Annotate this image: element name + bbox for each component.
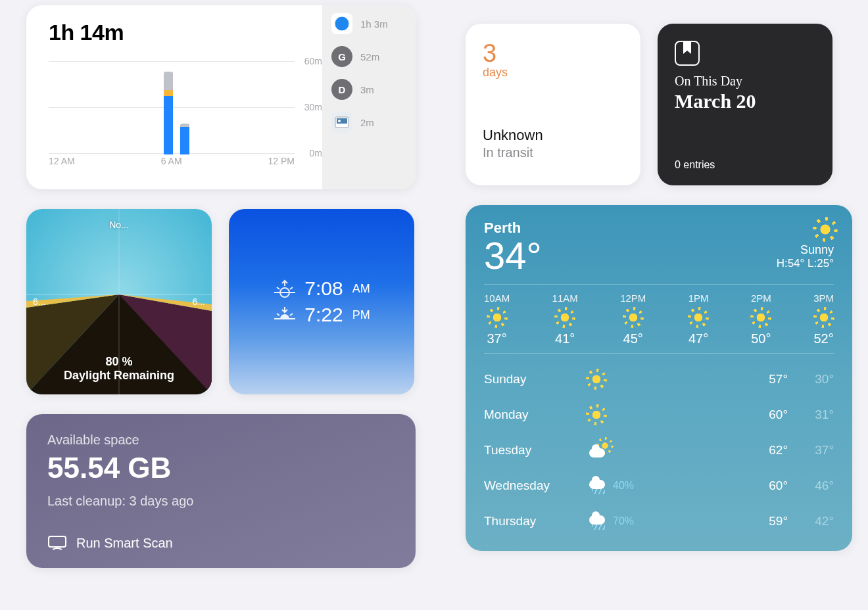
hour-temp: 47°	[688, 331, 708, 346]
app-time: 3m	[360, 84, 374, 95]
daily-row: Wednesday40%60°46°	[484, 468, 834, 504]
day-low: 37°	[788, 443, 834, 458]
screentime-bar	[180, 124, 189, 154]
hourly-item: 12PM45°	[620, 293, 646, 346]
app-icon	[331, 13, 352, 34]
precip-chance: 40%	[613, 480, 634, 492]
day-name: Thursday	[484, 514, 589, 528]
daily-row: Monday60°31°	[484, 397, 834, 433]
day-low: 42°	[788, 514, 834, 528]
compass-right-label: 6...	[193, 296, 205, 307]
bookmark-icon	[675, 41, 700, 66]
app-time: 52m	[360, 51, 379, 62]
screentime-app-list: 1h 3mG52mD3m2m	[322, 5, 416, 189]
svg-rect-22	[49, 536, 66, 547]
screentime-widget[interactable]: 1h 14m 60m 30m 0m 12 AM 6 AM 12 PM 1h 3m…	[26, 5, 416, 189]
sunset-icon	[273, 306, 297, 324]
sun-icon	[558, 310, 572, 325]
sun-icon	[626, 310, 640, 325]
storage-size: 55.54 GB	[47, 452, 395, 484]
app-time: 1h 3m	[360, 18, 388, 30]
day-high: 60°	[742, 408, 788, 422]
hourly-item: 1PM47°	[688, 293, 709, 346]
day-name: Sunday	[484, 372, 589, 387]
weather-high-low: H:54° L:25°	[777, 257, 834, 270]
daylight-label: Daylight Remaining	[26, 369, 212, 383]
day-name: Monday	[484, 408, 589, 422]
monitor-icon	[47, 535, 67, 551]
parcel-widget[interactable]: 3 days Unknown In transit	[466, 24, 640, 185]
hourly-item: 10AM37°	[484, 293, 510, 346]
app-time: 2m	[360, 117, 374, 128]
hourly-item: 3PM52°	[813, 293, 834, 346]
hour-label: 12PM	[620, 293, 646, 304]
day-high: 60°	[742, 479, 788, 493]
thunderstorm-icon	[589, 477, 608, 494]
parcel-days-number: 3	[483, 41, 623, 66]
sun-icon	[589, 408, 604, 422]
svg-point-6	[338, 120, 341, 122]
screentime-app-row: 2m	[331, 112, 406, 133]
svg-line-21	[290, 314, 293, 316]
screentime-app-row: 1h 3m	[331, 13, 406, 34]
hour-label: 2PM	[751, 293, 771, 304]
daily-row: Sunday57°30°	[484, 362, 834, 397]
app-icon: D	[331, 79, 352, 100]
hour-label: 10AM	[484, 293, 510, 304]
sunset-row: 7:22PM	[273, 304, 370, 326]
on-this-day-title: On This Day	[675, 74, 815, 89]
storage-widget[interactable]: Available space 55.54 GB Last cleanup: 3…	[26, 414, 416, 568]
parcel-name: Unknown	[483, 127, 623, 144]
app-icon: G	[331, 46, 352, 67]
hourly-item: 11AM41°	[552, 293, 578, 346]
svg-line-20	[277, 314, 279, 316]
hour-temp: 52°	[813, 331, 833, 346]
parcel-days-unit: days	[483, 66, 623, 80]
screentime-app-row: G52m	[331, 46, 406, 67]
screentime-chart: 60m 30m 0m 12 AM 6 AM 12 PM	[49, 52, 322, 164]
day-high: 57°	[742, 372, 788, 387]
parcel-status: In transit	[483, 145, 623, 160]
storage-label: Available space	[47, 433, 395, 448]
on-this-day-date: March 20	[675, 90, 815, 112]
daily-forecast: Sunday57°30°Monday60°31°Tuesday62°37°Wed…	[484, 362, 834, 539]
precip-chance: 70%	[613, 515, 634, 527]
hourly-item: 2PM50°	[751, 293, 771, 346]
divider	[484, 353, 834, 354]
day-high: 62°	[742, 443, 788, 458]
hourly-forecast: 10AM37°11AM41°12PM45°1PM47°2PM50°3PM52°	[484, 293, 834, 346]
hour-label: 3PM	[813, 293, 834, 304]
day-name: Wednesday	[484, 479, 589, 493]
weather-temp: 34°	[484, 237, 542, 275]
screentime-bar	[164, 72, 173, 154]
sun-icon	[817, 221, 834, 238]
day-low: 46°	[788, 479, 834, 493]
day-name: Tuesday	[484, 443, 589, 458]
daily-row: Thursday70%59°42°	[484, 504, 834, 539]
hour-label: 1PM	[688, 293, 709, 304]
on-this-day-entries: 0 entries	[675, 159, 815, 171]
run-smart-scan-button[interactable]: Run Smart Scan	[47, 535, 395, 551]
weather-widget[interactable]: Perth 34° Sunny H:54° L:25° 10AM37°11AM4…	[466, 205, 852, 551]
compass-north-label: No...	[26, 220, 212, 230]
screentime-total: 1h 14m	[49, 20, 322, 45]
daily-row: Tuesday62°37°	[484, 433, 834, 468]
on-this-day-widget[interactable]: On This Day March 20 0 entries	[658, 24, 832, 185]
hour-temp: 37°	[487, 331, 506, 346]
day-low: 30°	[788, 372, 834, 387]
day-high: 59°	[742, 514, 788, 528]
storage-cleanup: Last cleanup: 3 days ago	[47, 494, 395, 509]
daylight-widget[interactable]: No... 6... 6... 80 % Daylight Remaining	[26, 209, 212, 394]
screentime-app-row: D3m	[331, 79, 406, 100]
sun-icon	[754, 310, 768, 325]
sunrise-icon	[273, 279, 297, 298]
hour-temp: 41°	[555, 331, 575, 346]
daylight-percent: 80 %	[26, 355, 212, 369]
rain-icon	[589, 513, 608, 530]
svg-line-18	[290, 287, 293, 289]
compass-left-label: 6...	[33, 296, 45, 307]
sun-times-widget[interactable]: 7:08AM 7:22PM	[229, 209, 414, 394]
sun-icon	[691, 310, 706, 325]
partly-cloudy-icon	[589, 443, 609, 458]
sunrise-row: 7:08AM	[273, 277, 370, 300]
